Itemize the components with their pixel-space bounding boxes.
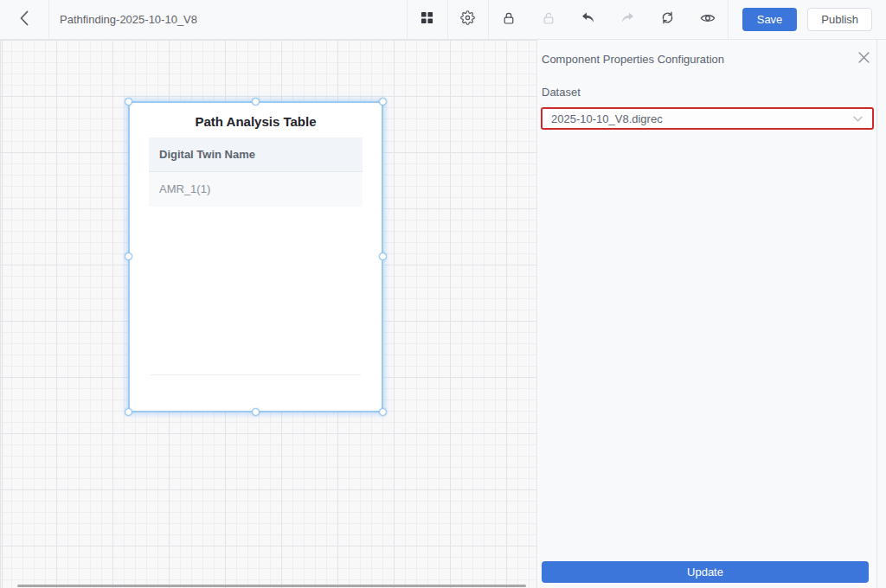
- close-icon: [858, 51, 870, 67]
- save-button[interactable]: Save: [742, 8, 798, 31]
- layout-grid-icon: [421, 11, 433, 28]
- update-button[interactable]: Update: [542, 561, 869, 583]
- dataset-selected-value: 2025-10-10_V8.digrec: [551, 112, 663, 125]
- redo-button[interactable]: [608, 0, 648, 39]
- dataset-label: Dataset: [542, 86, 886, 99]
- resize-handle-nw[interactable]: [125, 98, 132, 105]
- resize-handle-e[interactable]: [379, 252, 387, 260]
- path-analysis-table-widget[interactable]: Path Analysis Table Digital Twin Name AM…: [128, 101, 383, 412]
- resize-handle-se[interactable]: [379, 408, 387, 416]
- redo-icon: [620, 11, 635, 28]
- editor-canvas[interactable]: Path Analysis Table Digital Twin Name AM…: [0, 40, 536, 588]
- gear-icon: [460, 10, 475, 29]
- panel-scroll-gutter: [876, 40, 877, 588]
- resize-handle-s[interactable]: [252, 408, 260, 416]
- refresh-icon: [660, 10, 675, 29]
- dataset-select[interactable]: 2025-10-10_V8.digrec: [541, 107, 874, 130]
- table-pagination-divider: [151, 374, 361, 375]
- undo-icon: [581, 11, 595, 28]
- refresh-button[interactable]: [648, 0, 688, 39]
- settings-button[interactable]: [448, 0, 488, 39]
- eye-icon: [700, 12, 716, 28]
- component-properties-panel: Component Properties Configuration Datas…: [536, 40, 886, 588]
- table-column-header: Digital Twin Name: [149, 137, 363, 172]
- table-row: AMR_1(1): [149, 172, 363, 207]
- toolbar-divider: [48, 0, 49, 39]
- chevron-left-icon: [19, 10, 29, 29]
- undo-button[interactable]: [568, 0, 608, 39]
- canvas-left-edge: [2, 40, 3, 588]
- canvas-horizontal-scrollbar[interactable]: [17, 585, 526, 587]
- resize-handle-n[interactable]: [252, 98, 260, 105]
- publish-button[interactable]: Publish: [807, 8, 872, 31]
- panel-title: Component Properties Configuration: [542, 53, 724, 66]
- widget-title: Path Analysis Table: [130, 114, 382, 129]
- back-button[interactable]: [0, 0, 48, 39]
- panel-header: Component Properties Configuration: [537, 40, 886, 67]
- unlock-button[interactable]: [529, 0, 568, 39]
- lock-icon: [502, 11, 516, 29]
- lock-button[interactable]: [489, 0, 529, 39]
- chevron-down-icon: [852, 111, 864, 126]
- toolbar: Pathfinding-2025-10-10_V8: [0, 0, 886, 40]
- unlock-icon: [542, 11, 555, 29]
- resize-handle-w[interactable]: [125, 252, 132, 260]
- resize-handle-sw[interactable]: [125, 408, 132, 416]
- toolbar-divider: [728, 0, 729, 39]
- document-title: Pathfinding-2025-10-10_V8: [60, 13, 197, 26]
- preview-button[interactable]: [688, 0, 728, 39]
- layout-grid-button[interactable]: [408, 0, 447, 39]
- resize-handle-ne[interactable]: [379, 98, 387, 105]
- widget-table: Digital Twin Name AMR_1(1): [149, 137, 363, 207]
- close-panel-button[interactable]: [858, 51, 870, 67]
